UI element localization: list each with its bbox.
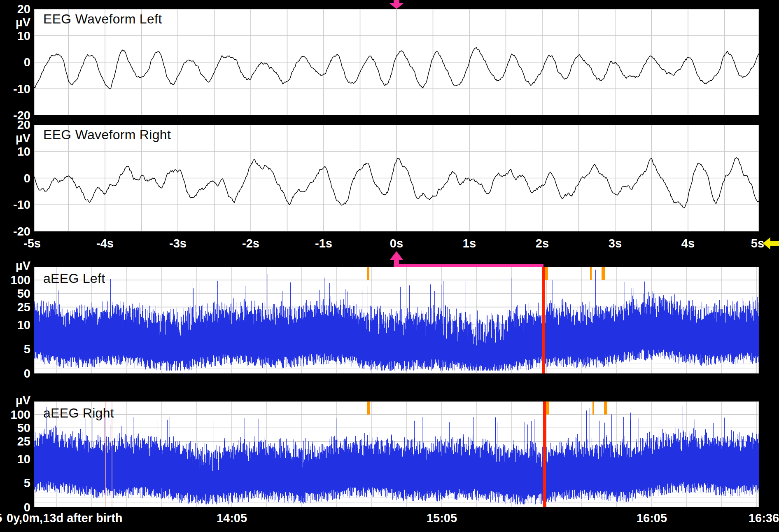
seconds-tick-3s: -3s bbox=[169, 237, 187, 250]
sync-bracket-line bbox=[394, 264, 543, 267]
y-tick-eeg_left: 0 bbox=[0, 56, 30, 68]
y-tick-aeeg_left: 10 bbox=[0, 319, 30, 331]
seconds-tick-5s: -5s bbox=[23, 237, 41, 250]
panel-title-aeeg-right: aEEG Right bbox=[43, 406, 114, 421]
panel-eeg-waveform-left: EEG Waveform Left bbox=[34, 9, 759, 115]
event-marker-orange bbox=[604, 401, 607, 415]
event-marker-orange bbox=[602, 267, 605, 280]
panel-aeeg-right-timeline[interactable]: aEEG Right bbox=[34, 401, 759, 507]
y-tick-eeg_right: 20 bbox=[0, 119, 30, 131]
panel-title-aeeg-left: aEEG Left bbox=[43, 271, 105, 286]
panel-title-eeg-left: EEG Waveform Left bbox=[43, 12, 162, 27]
y-tick-aeeg_left: 50 bbox=[0, 287, 30, 300]
y-tick-eeg_right: 0 bbox=[0, 172, 30, 184]
next-page-arrow-button[interactable] bbox=[763, 237, 779, 250]
clock-tick-1505: 15:05 bbox=[427, 512, 457, 524]
event-marker-orange bbox=[592, 401, 594, 415]
y-tick-aeeg_right: 50 bbox=[0, 422, 30, 434]
y-tick-aeeg_right: 5 bbox=[0, 477, 30, 489]
panel-aeeg-left-timeline[interactable]: aEEG Left bbox=[34, 267, 759, 373]
event-marker-orange bbox=[367, 267, 369, 280]
y-unit-aeeg_left: µV bbox=[0, 259, 30, 272]
seconds-tick-0s: 0s bbox=[390, 237, 403, 250]
aeeg-left-trend-plot bbox=[34, 267, 759, 373]
y-tick-aeeg_left: 5 bbox=[0, 343, 30, 355]
playhead-down-arrow-icon[interactable] bbox=[390, 0, 403, 9]
y-unit-aeeg_right: µV bbox=[0, 394, 30, 406]
event-cursor-red-line[interactable] bbox=[542, 267, 545, 373]
panel-eeg-waveform-right: EEG Waveform Right bbox=[34, 125, 759, 231]
seconds-tick-4s: 4s bbox=[681, 237, 695, 250]
clock-tick-1636: 16:36 bbox=[749, 512, 779, 524]
y-tick-eeg_left: 20 bbox=[0, 3, 30, 15]
y-tick-aeeg_left: 0 bbox=[0, 367, 30, 380]
seconds-tick-1s: -1s bbox=[315, 237, 332, 250]
seconds-tick-5s: 5s bbox=[751, 237, 764, 250]
y-tick-eeg_right: 10 bbox=[0, 145, 30, 158]
event-marker-orange bbox=[367, 401, 370, 415]
clock-tick-1605: 16:05 bbox=[637, 512, 667, 524]
y-unit-eeg_right: µV bbox=[0, 132, 30, 144]
patient-age-label: 0y,0m,13d after birth bbox=[7, 512, 123, 524]
event-marker-orange bbox=[590, 267, 592, 280]
event-cursor-red-line[interactable] bbox=[543, 401, 546, 507]
clock-tick-1405: 14:05 bbox=[217, 512, 247, 524]
seconds-tick-2s: 2s bbox=[536, 237, 549, 250]
y-tick-aeeg_right: 10 bbox=[0, 453, 30, 465]
y-tick-eeg_left: 10 bbox=[0, 30, 30, 42]
panel-title-eeg-right: EEG Waveform Right bbox=[43, 127, 171, 142]
y-tick-aeeg_left: 100 bbox=[0, 274, 30, 286]
clipped-footer-text: 5 bbox=[0, 512, 2, 524]
seconds-tick-4s: -4s bbox=[96, 237, 114, 250]
y-tick-eeg_right: -10 bbox=[0, 198, 30, 211]
sync-up-arrow-icon[interactable] bbox=[390, 251, 403, 264]
y-tick-aeeg_right: 25 bbox=[0, 435, 30, 448]
cfm-monitor-screen: EEG Waveform Left EEG Waveform Right aEE… bbox=[0, 0, 779, 532]
y-tick-eeg_right: -20 bbox=[0, 225, 30, 238]
y-tick-aeeg_left: 25 bbox=[0, 301, 30, 313]
seconds-tick-2s: -2s bbox=[242, 237, 259, 250]
aeeg-right-trend-plot bbox=[34, 401, 759, 507]
seconds-tick-3s: 3s bbox=[609, 237, 622, 250]
y-unit-eeg_left: µV bbox=[0, 16, 30, 28]
seconds-tick-1s: 1s bbox=[463, 237, 476, 250]
y-tick-aeeg_right: 100 bbox=[0, 408, 30, 421]
y-tick-eeg_left: -10 bbox=[0, 83, 30, 95]
event-marker-orange bbox=[544, 267, 548, 280]
